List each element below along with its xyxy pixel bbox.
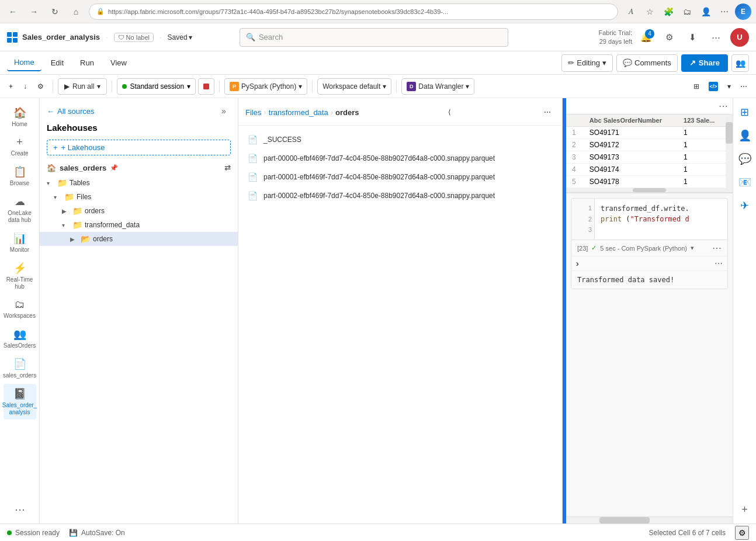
search-box[interactable]: 🔍 Search xyxy=(240,28,508,47)
file-part-00001[interactable]: 📄 part-00001-efbf469f-7dd7-4c04-850e-88b… xyxy=(238,168,562,186)
tab-run[interactable]: Run xyxy=(73,55,101,71)
breadcrumb-transformed-data[interactable]: transformed_data xyxy=(269,108,328,117)
add-icon: + xyxy=(9,82,13,91)
tree-orders[interactable]: ▶ 📁 orders xyxy=(40,204,238,218)
tree-orders-selected[interactable]: ▶ 📂 orders xyxy=(40,232,238,246)
outlook-icon-button[interactable]: 📧 xyxy=(736,173,754,192)
output-text: Transformed data saved! xyxy=(571,271,727,289)
table-more-button[interactable]: ⋯ xyxy=(719,100,728,112)
code-editor[interactable]: transformed_df.write. print ("Transforme… xyxy=(595,199,727,240)
session-status: Session ready xyxy=(7,529,60,537)
extensions-button[interactable]: 🧩 xyxy=(660,4,677,20)
user-avatar[interactable]: U xyxy=(730,28,749,47)
data-wrangler-button[interactable]: D Data Wrangler ▾ xyxy=(401,78,474,95)
microsoft-icon-button[interactable]: ⊞ xyxy=(736,103,754,122)
status-settings-button[interactable]: ⚙ xyxy=(735,526,749,540)
output-expand-button[interactable]: › xyxy=(576,259,579,268)
app-icon-button[interactable]: ✈ xyxy=(736,196,754,215)
run-all-button[interactable]: ▶ Run all ▾ xyxy=(58,78,107,95)
folder-icon: 📁 xyxy=(64,192,74,202)
read-aloud-button[interactable]: 𝐴 xyxy=(623,4,639,20)
nav-sales-orders-table[interactable]: 📄 sales_orders xyxy=(4,354,36,383)
exec-time: 5 sec - Com PySpark (Python) xyxy=(600,245,687,252)
collapse-explorer-button[interactable]: ⟨ xyxy=(444,104,455,120)
cell-more-button[interactable]: ⋯ xyxy=(712,242,722,254)
add-cell-button[interactable]: + xyxy=(5,78,17,95)
more-toolbar-button[interactable]: ⋯ xyxy=(736,78,751,95)
nav-sales-orders[interactable]: 👥 SalesOrders xyxy=(4,324,36,353)
nav-onelake[interactable]: ☁ OneLake data hub xyxy=(4,192,36,227)
split-view-button[interactable]: ⊞ xyxy=(689,78,703,95)
notifications-button[interactable]: 🔔 4 xyxy=(637,28,656,47)
nav-home[interactable]: 🏠 Home xyxy=(4,103,36,131)
more-button[interactable]: ⋯ xyxy=(716,4,733,20)
sync-icon[interactable]: ⇄ xyxy=(224,164,231,172)
table-scrollbar[interactable] xyxy=(726,115,733,188)
account-button[interactable]: 👤 xyxy=(698,4,714,20)
address-bar[interactable]: 🔒 https://app.fabric.microsoft.com/group… xyxy=(89,4,618,20)
add-lakehouse-button[interactable]: + + Lakehouse xyxy=(47,140,231,155)
back-button[interactable]: ← xyxy=(5,4,21,20)
tree-transformed-data[interactable]: ▾ 📁 transformed_data xyxy=(40,218,238,232)
notification-count: 4 xyxy=(645,29,654,39)
file-success[interactable]: 📄 _SUCCESS xyxy=(238,130,562,149)
tab-view[interactable]: View xyxy=(103,55,134,71)
code-cell-inner: 1 2 3 transformed_df.write. print ("Tran… xyxy=(571,199,727,240)
file-tree: ▾ 📁 Tables ▾ 📁 Files ▶ 📁 orders ▾ 📁 tran… xyxy=(40,176,238,523)
output-more-button[interactable]: ⋯ xyxy=(715,259,723,268)
folder-icon: 📁 xyxy=(72,220,82,230)
vscode-button[interactable]: </> xyxy=(705,78,722,95)
chevron-button[interactable]: ▾ xyxy=(723,78,735,95)
notebook-icon: 📓 xyxy=(13,387,26,400)
favorites-button[interactable]: ☆ xyxy=(641,4,658,20)
tab-edit[interactable]: Edit xyxy=(44,55,71,71)
refresh-button[interactable]: ↻ xyxy=(47,4,63,20)
bottom-scrollbar[interactable] xyxy=(566,516,733,523)
tree-tables[interactable]: ▾ 📁 Tables xyxy=(40,176,238,190)
download-button[interactable]: ⬇ xyxy=(684,28,702,47)
stop-button[interactable] xyxy=(198,78,214,95)
nav-monitor[interactable]: 📊 Monitor xyxy=(4,228,36,257)
file-part-00002[interactable]: 📄 part-00002-efbf469f-7dd7-4c04-850e-88b… xyxy=(238,186,562,205)
session-selector[interactable]: Standard session ▾ xyxy=(117,78,196,95)
more-options-button[interactable]: ⋯ xyxy=(707,28,726,47)
collections-button[interactable]: 🗂 xyxy=(679,4,695,20)
editing-button[interactable]: ✏ Editing ▾ xyxy=(561,54,613,72)
tree-files[interactable]: ▾ 📁 Files xyxy=(40,190,238,204)
home-button[interactable]: ⌂ xyxy=(68,4,84,20)
share-button[interactable]: ↗ Share xyxy=(681,54,728,72)
horizontal-scrollbar[interactable] xyxy=(566,188,733,193)
apps-icon[interactable] xyxy=(7,32,18,43)
saved-dropdown[interactable]: Saved ▾ xyxy=(168,33,192,41)
kernel-selector[interactable]: P PySpark (Python) ▾ xyxy=(224,78,307,95)
nav-more-button[interactable]: ⋯ xyxy=(4,500,36,519)
forward-button[interactable]: → xyxy=(26,4,42,20)
edge-profile[interactable]: E xyxy=(735,4,751,20)
sidebar-collapse-button[interactable]: » xyxy=(217,104,231,118)
collaborators-button[interactable]: 👥 xyxy=(731,54,749,72)
sidebar-title: Lakehouses xyxy=(40,123,238,137)
tab-home[interactable]: Home xyxy=(7,54,41,71)
no-label-badge[interactable]: 🛡 No label xyxy=(114,33,154,42)
more-explorer-button[interactable]: ⋯ xyxy=(540,104,555,120)
settings-cell-button[interactable]: ⚙ xyxy=(33,78,48,95)
cell-sales-order: SO49171 xyxy=(584,127,678,139)
comments-button[interactable]: 💬 Comments xyxy=(616,54,678,72)
workspace-selector[interactable]: Workspace default ▾ xyxy=(317,78,391,95)
nav-create[interactable]: + Create xyxy=(4,133,36,161)
move-down-button[interactable]: ↓ xyxy=(19,78,31,95)
people-icon-button[interactable]: 👤 xyxy=(736,126,754,145)
breadcrumb-files[interactable]: Files xyxy=(245,108,261,117)
nav-sales-order-analysis[interactable]: 📓 Sales_order_ analysis xyxy=(4,384,36,419)
code-line-2: print ("Transformed d xyxy=(601,214,722,224)
nav-browse[interactable]: 📋 Browse xyxy=(4,162,36,190)
add-apps-button[interactable]: + xyxy=(736,500,754,519)
cell-sale: 1 xyxy=(678,139,726,151)
nav-workspaces[interactable]: 🗂 Workspaces xyxy=(4,295,36,323)
breadcrumb-orders: orders xyxy=(335,108,359,117)
all-sources-back[interactable]: ← All sources xyxy=(47,107,95,116)
nav-realtime[interactable]: ⚡ Real-Time hub xyxy=(4,258,36,294)
file-part-00000[interactable]: 📄 part-00000-efbf469f-7dd7-4c04-850e-88b… xyxy=(238,149,562,168)
teams-icon-button[interactable]: 💬 xyxy=(736,150,754,168)
settings-button[interactable]: ⚙ xyxy=(660,28,679,47)
